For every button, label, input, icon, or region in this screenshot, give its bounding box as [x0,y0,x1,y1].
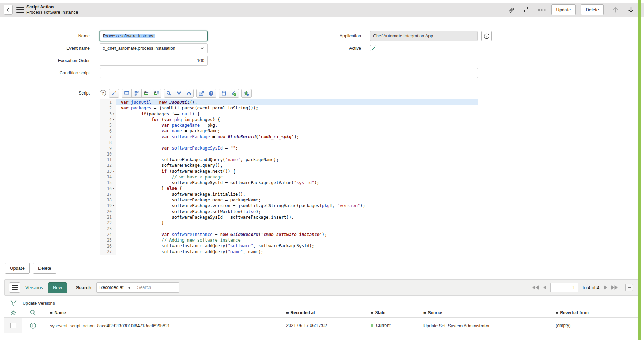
code-line-16[interactable]: 16▾ } else { [100,186,478,191]
code-text: softwarePackage.addQuery('name', package… [116,157,478,163]
paperclip-icon [507,6,515,13]
start-debugging-button[interactable] [241,89,252,98]
list-menu-button[interactable] [9,282,20,293]
active-checkbox[interactable] [370,45,376,51]
code-line-8[interactable]: 8 [100,140,478,145]
line-number: 26 [100,243,116,249]
code-line-14[interactable]: 14 // we have a package [100,174,478,180]
search-button[interactable] [164,89,174,98]
row-checkbox[interactable] [10,323,16,328]
code-line-22[interactable]: 22 } [100,220,478,226]
delete-button-footer[interactable]: Delete [33,263,56,274]
column-header-source[interactable]: ≡Source [419,310,551,315]
code-line-18[interactable]: 18 softwarePackage.name = packageName; [100,197,478,203]
back-chevron-icon [6,7,11,12]
page-number-input[interactable] [550,283,578,292]
open-in-new-window-button[interactable] [196,89,206,98]
attachment-button[interactable] [507,6,515,13]
execution-order-input[interactable]: 100 [100,56,208,66]
toggle-comment-button[interactable] [122,89,132,98]
more-options-button[interactable] [538,9,546,11]
replace-button[interactable]: abac [141,89,151,98]
code-line-20[interactable]: 20 softwarePackage.setWorkflow(false); [100,209,478,214]
new-button[interactable]: New [48,282,67,293]
collapse-list-button[interactable] [625,284,633,291]
script-editor[interactable]: 1var jsonUtil = new JsonUtil();2var pack… [100,99,478,255]
application-info-button[interactable] [481,31,492,41]
code-line-6[interactable]: 6 var name = packageName; [100,128,478,134]
update-button-header[interactable]: Update [551,4,576,15]
toolbar-group [109,89,119,98]
version-name-link[interactable]: sysevent_script_action_8acd4f2d2f303010f… [50,323,170,328]
syntax-editor-toggle-button[interactable] [109,89,119,98]
breadcrumb[interactable]: Update Versions [23,301,55,306]
syntax-check-button[interactable] [229,89,239,98]
context-menu-icon[interactable] [16,7,24,13]
code-line-1[interactable]: 1var jsonUtil = new JsonUtil(); [100,99,478,105]
row-info-button[interactable] [22,322,44,329]
code-line-4[interactable]: 4▾ for (var pkg in packages) { [100,117,478,122]
code-line-25[interactable]: 25 // Adding new software instance [100,237,478,243]
line-number: 19▾ [100,203,116,208]
find-previous-button[interactable] [184,89,194,98]
search-field-select[interactable]: Recorded at [96,282,134,293]
save-button[interactable] [219,89,229,98]
column-header-recorded-at[interactable]: ≡Recorded at [282,310,366,315]
back-button[interactable] [4,5,13,15]
version-source-link[interactable]: Update Set: System Administrator [423,323,490,328]
column-header-reverted-from[interactable]: ≡Reverted from [551,310,638,315]
find-next-button[interactable] [174,89,184,98]
search-label: Search [76,285,91,290]
code-line-23[interactable]: 23 [100,226,478,232]
code-line-9[interactable]: 9 var softwarePackageSysId = ""; [100,145,478,151]
code-line-2[interactable]: 2var packages = jsonUtil.parse(event.par… [100,105,478,111]
save-icon [221,91,227,96]
line-number: 3▾ [100,111,116,117]
code-line-3[interactable]: 3▾ if(packages !== null) { [100,111,478,117]
code-line-17[interactable]: 17 softwarePackage.initialize(); [100,192,478,197]
form-footer-buttons: Update Delete [5,263,56,274]
update-button-footer[interactable]: Update [5,263,30,274]
code-text: // we have a package [116,174,478,180]
name-input[interactable]: Process software Instance [100,31,208,41]
code-line-13[interactable]: 13▾ if (softwarePackage.next()) { [100,169,478,174]
field-help-button[interactable]: ? [100,90,106,96]
previous-page-button[interactable] [543,285,547,290]
line-number: 10 [100,151,116,157]
code-line-24[interactable]: 24 var softwareInstance = new GlideRecor… [100,232,478,237]
code-line-21[interactable]: 21 softwarePackageSysId = softwarePackag… [100,214,478,220]
format-code-button[interactable] [131,89,142,98]
code-text [116,226,478,232]
column-header-name[interactable]: ≡Name [44,310,282,315]
delete-button-header[interactable]: Delete [581,4,604,15]
filter-funnel-icon[interactable] [10,299,17,307]
last-page-button[interactable] [611,285,618,290]
condition-script-input[interactable] [100,68,478,78]
list-search-input[interactable] [134,282,179,293]
code-line-5[interactable]: 5 var packageName = pkg; [100,122,478,128]
editor-help-button[interactable]: ? [206,89,216,98]
code-line-7[interactable]: 7 var softwarePackage = new GlideRecord(… [100,134,478,140]
versions-tab[interactable]: Versions [25,285,43,290]
previous-record-button[interactable] [612,6,619,14]
column-header-state[interactable]: ≡State [366,310,419,315]
next-record-button[interactable] [627,6,635,14]
code-line-15[interactable]: 15 softwarePackageSysId = softwarePackag… [100,180,478,186]
list-personalize-button[interactable] [4,309,22,316]
code-line-10[interactable]: 10 [100,151,478,157]
event-name-select[interactable]: x_chef_automate.process.installation [100,43,208,53]
code-line-12[interactable]: 12 softwarePackage.query(); [100,163,478,168]
replace-all-button[interactable]: ab [151,89,161,98]
first-page-button[interactable] [532,285,539,290]
personalize-form-button[interactable] [522,6,530,13]
code-text: var softwarePackageSysId = ""; [116,145,478,151]
next-page-button[interactable] [603,285,607,290]
list-search-button[interactable] [22,309,44,316]
pagination-range: to 4 of 4 [583,285,599,290]
toolbar-group: ? [196,89,216,98]
code-line-11[interactable]: 11 softwarePackage.addQuery('name', pack… [100,157,478,163]
code-line-19[interactable]: 19▾ softwarePackage.version = jsonUtil.g… [100,203,478,208]
code-line-27[interactable]: 27 softwareInstance.addQuery("name", nam… [100,249,478,255]
syntax-check-icon [231,91,236,96]
code-line-26[interactable]: 26 softwareInstance.addQuery("software",… [100,243,478,249]
